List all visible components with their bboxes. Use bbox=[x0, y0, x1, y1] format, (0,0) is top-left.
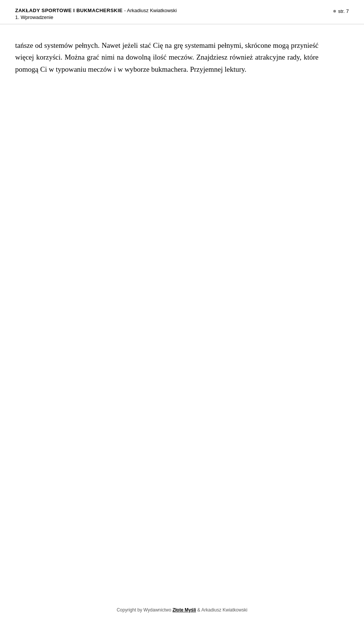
footer-text-after: & Arkadiusz Kwiatkowski bbox=[196, 607, 247, 613]
footer-text-before: Copyright by Wydawnictwo bbox=[117, 607, 173, 613]
bullet-dot-icon bbox=[333, 10, 336, 13]
header-left: ZAKŁADY SPORTOWE I BUKMACHERSKIE - Arkad… bbox=[15, 7, 177, 20]
page-number-area: str. 7 bbox=[333, 7, 349, 14]
intro-paragraph: tańsze od systemów pełnych. Nawet jeżeli… bbox=[15, 39, 318, 75]
page-container: ZAKŁADY SPORTOWE I BUKMACHERSKIE - Arkad… bbox=[0, 0, 364, 624]
footer-link[interactable]: Złote Myśli bbox=[173, 607, 196, 613]
page-footer: Copyright by Wydawnictwo Złote Myśli & A… bbox=[0, 604, 364, 616]
book-author: - Arkadiusz Kwiatkowski bbox=[124, 8, 177, 13]
chapter-title: 1. Wprowadzenie bbox=[15, 14, 177, 20]
page-number: str. 7 bbox=[338, 8, 349, 14]
main-content: tańsze od systemów pełnych. Nawet jeżeli… bbox=[0, 24, 334, 90]
page-header: ZAKŁADY SPORTOWE I BUKMACHERSKIE - Arkad… bbox=[0, 0, 364, 24]
header-title-line: ZAKŁADY SPORTOWE I BUKMACHERSKIE - Arkad… bbox=[15, 7, 177, 14]
book-title: ZAKŁADY SPORTOWE I BUKMACHERSKIE bbox=[15, 8, 122, 13]
